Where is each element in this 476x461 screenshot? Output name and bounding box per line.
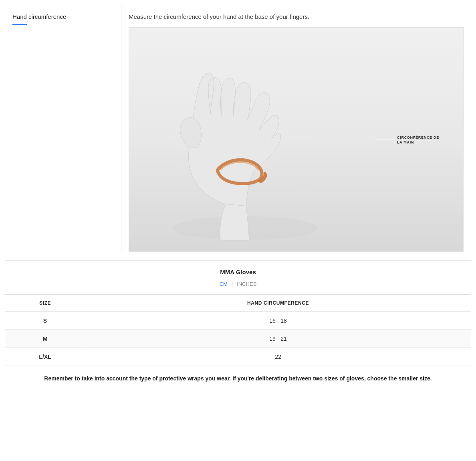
hand-illustration-area: CIRCONFÉRENCE DE LA MAIN (129, 28, 463, 251)
size-chart-section: MMA Gloves CM | INCHES SIZE HAND CIRCUMF… (0, 269, 476, 395)
measurement-cell: 22 (85, 348, 471, 366)
hand-image-container: CIRCONFÉRENCE DE LA MAIN (129, 27, 464, 252)
hand-svg (161, 36, 329, 244)
measurement-cell: 19 - 21 (85, 330, 471, 348)
size-cell: S (5, 312, 85, 330)
measurement-cell: 16 - 18 (85, 312, 471, 330)
chart-title: MMA Gloves (5, 269, 471, 275)
col-circumference-header: HAND CIRCUMFERENCE (85, 295, 471, 312)
table-row: L/XL 22 (5, 348, 471, 366)
unit-inches-button[interactable]: INCHES (237, 281, 256, 287)
size-cell: M (5, 330, 85, 348)
top-section: Hand circumference Measure the circumfer… (5, 5, 471, 252)
section-divider (5, 260, 471, 261)
instruction-text: Measure the circumference of your hand a… (129, 12, 464, 21)
col-size-header: SIZE (5, 295, 85, 312)
table-row: S 16 - 18 (5, 312, 471, 330)
left-panel: Hand circumference (5, 5, 121, 252)
unit-cm-button[interactable]: CM (220, 281, 228, 287)
unit-divider: | (232, 281, 233, 287)
blue-underline (12, 24, 27, 25)
right-panel: Measure the circumference of your hand a… (121, 5, 471, 252)
circumference-label: CIRCONFÉRENCE DE LA MAIN (397, 135, 439, 145)
table-row: M 19 - 21 (5, 330, 471, 348)
table-header-row: SIZE HAND CIRCUMFERENCE (5, 295, 471, 312)
size-table: SIZE HAND CIRCUMFERENCE S 16 - 18 M 19 -… (5, 294, 471, 366)
section-title: Hand circumference (12, 13, 114, 20)
size-cell: L/XL (5, 348, 85, 366)
unit-toggle: CM | INCHES (5, 281, 471, 287)
reminder-text: Remember to take into account the type o… (5, 374, 471, 383)
